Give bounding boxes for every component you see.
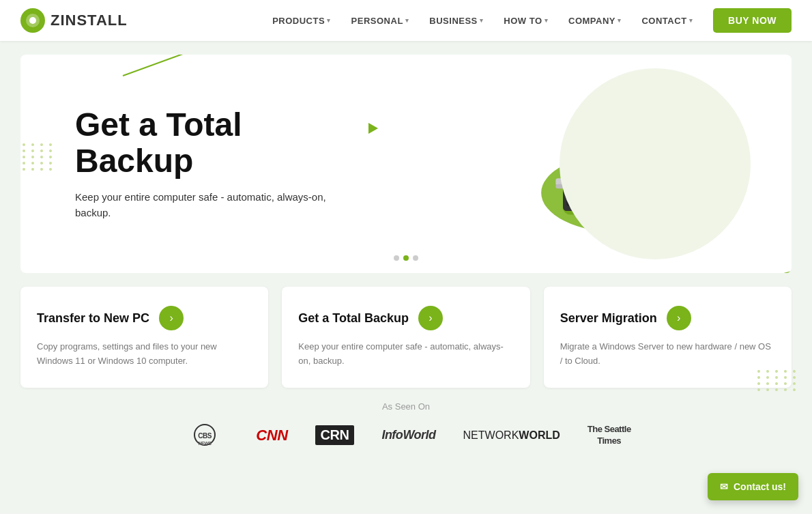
svg-text:NEWS: NEWS xyxy=(199,441,212,446)
chevron-down-icon: ▾ xyxy=(689,17,693,24)
contact-us-button[interactable]: ✉ Contact us! xyxy=(708,473,798,500)
card-server-title: Server Migration xyxy=(560,311,657,326)
seattle-times-logo: The SeattleTimes xyxy=(588,424,631,447)
slider-dot-3[interactable] xyxy=(413,255,418,261)
svg-text:CBS: CBS xyxy=(199,432,212,440)
slider-dot-1[interactable] xyxy=(394,255,399,261)
main-nav: PRODUCTS ▾ PERSONAL ▾ BUSINESS ▾ HOW TO … xyxy=(272,8,792,33)
card-server-desc: Migrate a Windows Server to new hardware… xyxy=(560,340,775,369)
card-backup-header: Get a Total Backup › xyxy=(298,306,513,330)
card-transfer-desc: Copy programs, settings and files to you… xyxy=(37,340,252,369)
nav-products[interactable]: PRODUCTS ▾ xyxy=(272,16,330,26)
dots-decoration-left xyxy=(20,143,55,171)
chevron-down-icon: ▾ xyxy=(405,17,409,24)
card-backup-arrow[interactable]: › xyxy=(418,306,443,330)
chevron-down-icon: ▾ xyxy=(618,17,622,24)
hero-subtitle: Keep your entire computer safe - automat… xyxy=(75,190,334,220)
green-line-bottom-decoration xyxy=(659,271,792,273)
main-content: Get a Total Backup Keep your entire comp… xyxy=(0,41,812,462)
card-server[interactable]: Server Migration › Migrate a Windows Ser… xyxy=(544,287,792,388)
zinstall-logo-icon xyxy=(20,8,45,33)
card-transfer-title: Transfer to New PC xyxy=(37,311,149,326)
hero-title: Get a Total Backup xyxy=(75,107,334,180)
hero-text-block: Get a Total Backup Keep your entire comp… xyxy=(75,107,334,221)
hero-banner: Get a Total Backup Keep your entire comp… xyxy=(20,55,792,273)
envelope-icon: ✉ xyxy=(720,481,728,492)
nav-company[interactable]: COMPANY ▾ xyxy=(568,16,621,26)
green-line-top-decoration xyxy=(123,55,264,76)
nav-business[interactable]: BUSINESS ▾ xyxy=(429,16,483,26)
networkworld-logo: NETWORKWORLD xyxy=(463,429,560,442)
card-server-arrow[interactable]: › xyxy=(667,306,691,330)
cbs-logo: CBS NEWS xyxy=(181,423,229,448)
chevron-down-icon: ▾ xyxy=(545,17,549,24)
slider-dots xyxy=(394,255,418,261)
infoworld-logo: InfoWorld xyxy=(381,428,435,442)
hero-circle-bg xyxy=(560,68,751,259)
media-logos-row: CBS NEWS CNN CRN InfoWorld NETWORKWORLD … xyxy=(20,423,792,448)
card-backup[interactable]: Get a Total Backup › Keep your entire co… xyxy=(282,287,530,388)
dots-decoration-right xyxy=(757,370,798,391)
as-seen-label: As Seen On xyxy=(20,401,792,412)
slider-dot-2[interactable] xyxy=(403,255,409,261)
cnn-logo: CNN xyxy=(256,427,287,444)
card-transfer-header: Transfer to New PC › xyxy=(37,306,252,330)
nav-contact[interactable]: CONTACT ▾ xyxy=(641,16,693,26)
chevron-down-icon: ▾ xyxy=(327,17,331,24)
card-backup-desc: Keep your entire computer safe - automat… xyxy=(298,340,513,369)
card-transfer-arrow[interactable]: › xyxy=(159,306,184,330)
card-server-header: Server Migration › xyxy=(560,306,775,330)
card-backup-title: Get a Total Backup xyxy=(298,311,409,326)
chevron-down-icon: ▾ xyxy=(480,17,484,24)
as-seen-on-section: As Seen On CBS NEWS CNN CRN InfoWorld NE… xyxy=(20,401,792,448)
header: ZINSTALL PRODUCTS ▾ PERSONAL ▾ BUSINESS … xyxy=(0,0,812,41)
logo-text: ZINSTALL xyxy=(50,12,128,29)
nav-howto[interactable]: HOW TO ▾ xyxy=(504,16,548,26)
logo[interactable]: ZINSTALL xyxy=(20,8,128,33)
buy-now-button[interactable]: BUY NOW xyxy=(713,8,792,33)
card-transfer[interactable]: Transfer to New PC › Copy programs, sett… xyxy=(20,287,268,388)
crn-logo: CRN xyxy=(315,425,355,445)
cards-row: Transfer to New PC › Copy programs, sett… xyxy=(20,287,792,388)
play-triangle-decoration xyxy=(368,123,378,134)
svg-point-2 xyxy=(29,17,36,24)
nav-personal[interactable]: PERSONAL ▾ xyxy=(351,16,409,26)
